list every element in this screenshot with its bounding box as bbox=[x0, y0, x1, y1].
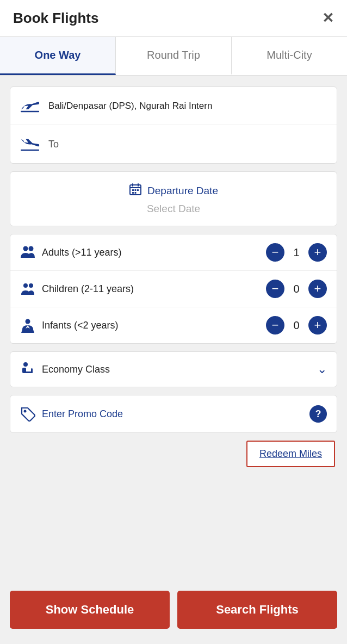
svg-point-13 bbox=[23, 362, 28, 367]
tab-round-trip[interactable]: Round Trip bbox=[116, 37, 232, 75]
adults-controls: − 1 + bbox=[266, 243, 327, 262]
infant-icon bbox=[20, 318, 35, 333]
calendar-icon bbox=[129, 183, 142, 199]
infants-label: Infants (<2 years) bbox=[42, 320, 259, 331]
to-row[interactable]: To bbox=[10, 125, 337, 163]
svg-point-10 bbox=[23, 283, 28, 288]
svg-rect-4 bbox=[135, 189, 137, 191]
adults-count: 1 bbox=[291, 246, 302, 259]
infants-row: Infants (<2 years) − 0 + bbox=[10, 307, 337, 343]
tab-multi-city[interactable]: Multi-City bbox=[232, 37, 347, 75]
route-card: Bali/Denpasar (DPS), Ngurah Rai Intern T… bbox=[10, 86, 337, 164]
svg-point-17 bbox=[24, 410, 27, 413]
class-card[interactable]: Economy Class ⌄ bbox=[10, 351, 337, 387]
main-content: Bali/Denpasar (DPS), Ngurah Rai Intern T… bbox=[0, 76, 347, 585]
svg-rect-6 bbox=[132, 192, 134, 194]
infants-increase-button[interactable]: + bbox=[308, 316, 327, 335]
bottom-buttons: Show Schedule Search Flights bbox=[0, 585, 347, 644]
departure-date-card[interactable]: Departure Date Select Date bbox=[10, 171, 337, 226]
svg-rect-7 bbox=[135, 192, 137, 194]
adults-decrease-button[interactable]: − bbox=[266, 243, 284, 262]
tab-one-way[interactable]: One Way bbox=[0, 37, 116, 75]
svg-rect-1 bbox=[21, 150, 39, 151]
chevron-down-icon: ⌄ bbox=[317, 362, 327, 376]
adults-label: Adults (>11 years) bbox=[42, 247, 259, 258]
promo-label: Enter Promo Code bbox=[42, 408, 303, 420]
help-button[interactable]: ? bbox=[309, 405, 327, 423]
infants-controls: − 0 + bbox=[266, 316, 327, 335]
svg-rect-0 bbox=[21, 111, 39, 112]
to-placeholder: To bbox=[48, 139, 59, 150]
adults-row: Adults (>11 years) − 1 + bbox=[10, 234, 337, 271]
adults-increase-button[interactable]: + bbox=[308, 243, 327, 262]
redeem-row: Redeem Miles bbox=[10, 441, 337, 467]
infants-decrease-button[interactable]: − bbox=[266, 316, 284, 335]
header: Book Flights ✕ bbox=[0, 0, 347, 37]
seat-icon bbox=[20, 362, 35, 377]
search-flights-button[interactable]: Search Flights bbox=[177, 591, 337, 629]
plane-takeoff-icon bbox=[20, 98, 41, 114]
children-row: Children (2-11 years) − 0 + bbox=[10, 271, 337, 307]
departure-date-value: Select Date bbox=[147, 203, 200, 215]
svg-rect-16 bbox=[31, 368, 33, 373]
svg-point-11 bbox=[29, 283, 33, 288]
svg-rect-3 bbox=[132, 189, 134, 191]
tabs-container: One Way Round Trip Multi-City bbox=[0, 37, 347, 76]
from-row[interactable]: Bali/Denpasar (DPS), Ngurah Rai Intern bbox=[10, 87, 337, 125]
svg-rect-5 bbox=[137, 189, 139, 191]
children-label: Children (2-11 years) bbox=[42, 283, 259, 295]
children-decrease-button[interactable]: − bbox=[266, 280, 284, 298]
infants-count: 0 bbox=[291, 319, 302, 332]
children-count: 0 bbox=[291, 283, 302, 295]
show-schedule-button[interactable]: Show Schedule bbox=[10, 591, 170, 629]
svg-point-9 bbox=[29, 246, 34, 251]
tag-icon bbox=[20, 406, 35, 422]
svg-point-12 bbox=[26, 319, 30, 324]
from-value: Bali/Denpasar (DPS), Ngurah Rai Intern bbox=[48, 101, 212, 112]
close-icon[interactable]: ✕ bbox=[322, 10, 334, 27]
svg-point-8 bbox=[23, 246, 28, 251]
redeem-miles-button[interactable]: Redeem Miles bbox=[246, 441, 335, 467]
class-label: Economy Class bbox=[42, 364, 311, 375]
adults-icon bbox=[20, 245, 35, 260]
passengers-card: Adults (>11 years) − 1 + Childr bbox=[10, 234, 337, 344]
promo-card[interactable]: Enter Promo Code ? bbox=[10, 395, 337, 433]
children-increase-button[interactable]: + bbox=[308, 280, 327, 298]
departure-label: Departure Date bbox=[129, 183, 218, 199]
children-controls: − 0 + bbox=[266, 280, 327, 298]
children-icon bbox=[20, 281, 35, 296]
page-title: Book Flights bbox=[13, 10, 98, 27]
plane-landing-icon bbox=[20, 136, 41, 152]
